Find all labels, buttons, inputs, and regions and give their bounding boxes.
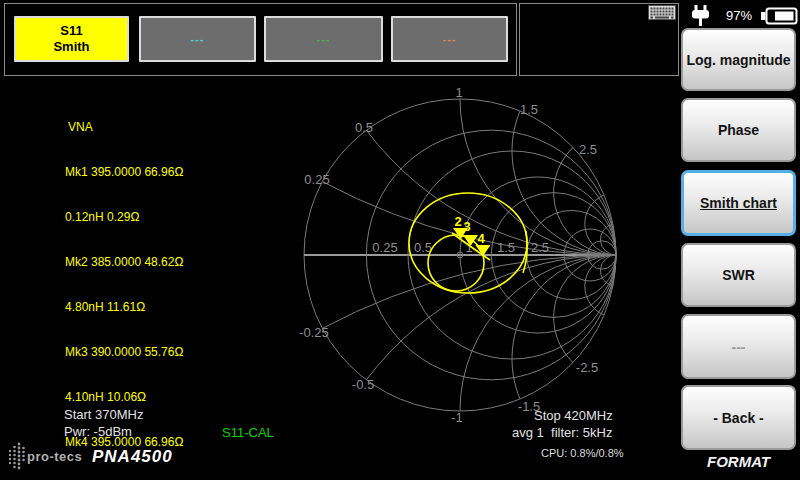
- marker-readout-line: 4.80nH 11.61Ω: [65, 300, 183, 315]
- chart-marker-label-2: 2: [454, 214, 461, 229]
- menu-button-label: ---: [732, 339, 746, 355]
- smith-grid-label: 1.5: [520, 102, 538, 117]
- menu-button-phase[interactable]: Phase: [681, 98, 796, 162]
- trace-button-s11-smith[interactable]: S11 Smith: [14, 16, 129, 62]
- smith-grid-label: 0.25: [304, 172, 329, 187]
- menu-button-label: Smith chart: [700, 195, 777, 211]
- chart-marker-label-4: 4: [477, 231, 485, 246]
- menu-button-empty[interactable]: ---: [681, 314, 796, 379]
- menu-button-label: Log. magnitude: [686, 52, 790, 68]
- trace-button-4[interactable]: ---: [391, 16, 508, 62]
- menu-button-label: - Back -: [713, 410, 764, 426]
- brand-logo-dots-icon: [7, 441, 26, 471]
- smith-grid-label: -2.5: [576, 360, 598, 375]
- output-power: Pwr: -5dBm: [64, 423, 143, 440]
- cpu-load: CPU: 0.8%/0.8%: [541, 447, 624, 459]
- reactance-arc: [512, 255, 616, 399]
- smith-grid-label: 1.5: [497, 240, 515, 255]
- stop-frequency: Stop 420MHz: [534, 407, 613, 424]
- menu-button-smith-chart[interactable]: Smith chart: [681, 170, 796, 236]
- vna-screen: { "theme": { "accent": "#54b0e6", "activ…: [0, 0, 800, 480]
- smith-grid-label: 0.5: [355, 120, 373, 135]
- keyboard-icon[interactable]: [648, 5, 676, 20]
- brand-name: pro-tecs: [27, 449, 82, 464]
- trace-tail: [523, 231, 527, 273]
- battery-icon: [761, 7, 798, 25]
- marker-readout-line: Mk3 390.0000 55.76Ω: [65, 345, 183, 360]
- trace-small-loop: [428, 235, 484, 291]
- brand-name-text: pro-tecs: [27, 449, 82, 464]
- menu-button-swr[interactable]: SWR: [681, 243, 796, 307]
- trace-button-2[interactable]: ---: [139, 16, 256, 62]
- trace-button-3[interactable]: ---: [264, 16, 383, 62]
- trace-button-s11-label: S11 Smith: [53, 23, 89, 55]
- sweep-start-power: Start 370MHz Pwr: -5dBm: [64, 406, 143, 440]
- smith-grid-label: 0.25: [372, 240, 397, 255]
- trace-button-4-label: ---: [443, 33, 457, 45]
- smith-grid-label: 2.5: [579, 142, 597, 157]
- menu-button-log-magnitude[interactable]: Log. magnitude: [681, 28, 796, 91]
- smith-grid-label: 1: [455, 85, 462, 100]
- menu-button-back[interactable]: - Back -: [681, 385, 796, 450]
- trace-buttons-panel: S11 Smith --- --- ---: [4, 3, 517, 76]
- smith-grid-label: 2.5: [531, 240, 549, 255]
- marker-readout-line: Mk2 385.0000 48.62Ω: [65, 255, 183, 270]
- marker-readout-title: VNA: [65, 120, 183, 135]
- smith-chart: 0.250.511.52.511.52.50.50.25-0.25-0.5-1-…: [290, 80, 630, 430]
- marker-readout-line: 4.10nH 10.06Ω: [65, 390, 183, 405]
- chart-marker-label-3: 3: [463, 219, 470, 234]
- menu-button-label: SWR: [722, 267, 755, 283]
- avg-filter-status: avg 1 filter: 5kHz: [512, 424, 612, 441]
- reactance-arc: [512, 111, 616, 255]
- marker-readout-line: Mk1 395.0000 66.96Ω: [65, 165, 183, 180]
- trace-button-2-label: ---: [191, 33, 205, 45]
- battery-percent: 97%: [726, 8, 752, 23]
- marker-readout-line: 0.12nH 0.29Ω: [65, 210, 183, 225]
- smith-grid-label: -0.25: [299, 325, 329, 340]
- smith-grid-label: -1: [451, 410, 463, 425]
- menu-footer-format: FORMAT: [681, 453, 796, 470]
- trace-button-3-label: ---: [317, 33, 331, 45]
- smith-grid: 0.250.511.52.511.52.50.50.25-0.25-0.5-1-…: [299, 85, 616, 425]
- plug-icon: [689, 5, 712, 27]
- menu-button-label: Phase: [718, 122, 759, 138]
- cal-status: S11-CAL: [222, 424, 274, 441]
- aux-panel: [519, 3, 679, 76]
- device-model: PNA4500: [92, 447, 173, 467]
- start-frequency: Start 370MHz: [64, 406, 143, 423]
- smith-grid-label: -0.5: [352, 377, 374, 392]
